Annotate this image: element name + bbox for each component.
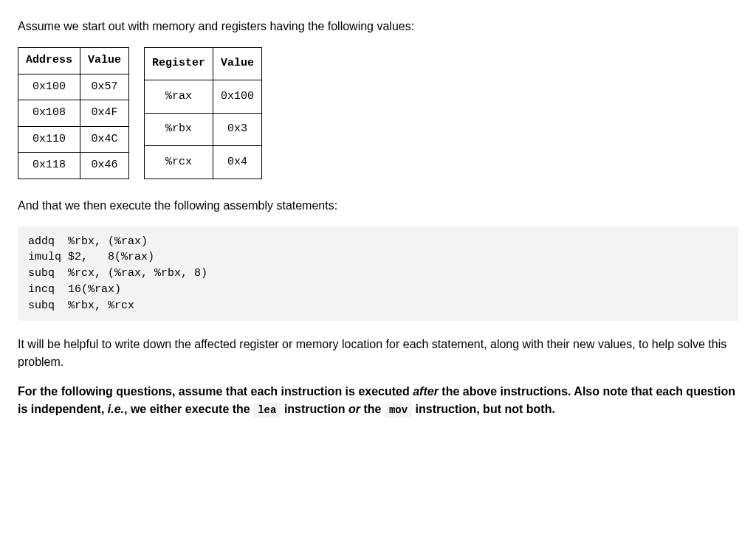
reg-name-cell: %rax (145, 80, 213, 113)
help-text: It will be helpful to write down the aff… (18, 336, 738, 371)
mem-header-address: Address (18, 48, 80, 75)
final-em: after (413, 385, 439, 398)
final-em: or (348, 403, 360, 415)
inline-code-lea: lea (253, 403, 281, 418)
mem-value-cell: 0x57 (80, 74, 129, 100)
mem-address-cell: 0x118 (18, 153, 80, 179)
assembly-code-block: addq %rbx, (%rax) imulq $2, 8(%rax) subq… (18, 226, 738, 322)
reg-value-cell: 0x100 (213, 80, 262, 113)
mid-text: And that we then execute the following a… (18, 197, 738, 215)
reg-name-cell: %rcx (145, 146, 213, 179)
table-header-row: Register Value (145, 48, 262, 80)
final-text: , we either execute the (124, 403, 253, 415)
mem-value-cell: 0x4C (80, 126, 129, 153)
reg-value-cell: 0x3 (213, 113, 262, 145)
table-row: %rbx 0x3 (145, 113, 262, 145)
mem-value-cell: 0x46 (80, 153, 129, 179)
memory-table: Address Value 0x100 0x57 0x108 0x4F 0x11… (18, 47, 129, 179)
reg-name-cell: %rbx (145, 113, 213, 145)
tables-container: Address Value 0x100 0x57 0x108 0x4F 0x11… (18, 47, 738, 179)
mem-address-cell: 0x108 (18, 100, 80, 127)
intro-text: Assume we start out with memory and regi… (18, 18, 738, 35)
register-table: Register Value %rax 0x100 %rbx 0x3 %rcx … (144, 47, 262, 179)
table-row: %rax 0x100 (145, 80, 262, 113)
table-row: 0x118 0x46 (18, 153, 129, 179)
final-text: the (360, 403, 385, 415)
table-header-row: Address Value (18, 48, 129, 75)
table-row: 0x100 0x57 (18, 74, 129, 100)
table-row: 0x110 0x4C (18, 126, 129, 153)
code-line: incq 16(%rax) (28, 283, 121, 296)
final-text: instruction (281, 403, 348, 415)
code-line: imulq $2, 8(%rax) (28, 251, 154, 263)
mem-value-cell: 0x4F (80, 100, 129, 127)
code-line: subq %rcx, (%rax, %rbx, 8) (28, 267, 207, 280)
final-text: For the following questions, assume that… (18, 385, 413, 398)
final-instructions: For the following questions, assume that… (18, 383, 738, 418)
inline-code-mov: mov (385, 403, 412, 418)
reg-value-cell: 0x4 (213, 146, 262, 179)
table-row: 0x108 0x4F (18, 100, 129, 127)
mem-address-cell: 0x100 (18, 74, 80, 100)
final-em: i.e. (108, 403, 124, 415)
mem-header-value: Value (80, 48, 129, 75)
final-text: instruction, but not both. (412, 403, 555, 415)
reg-header-register: Register (145, 48, 213, 80)
code-line: addq %rbx, (%rax) (28, 235, 148, 248)
reg-header-value: Value (213, 48, 262, 80)
table-row: %rcx 0x4 (145, 146, 262, 179)
code-line: subq %rbx, %rcx (28, 299, 134, 312)
mem-address-cell: 0x110 (18, 126, 80, 153)
